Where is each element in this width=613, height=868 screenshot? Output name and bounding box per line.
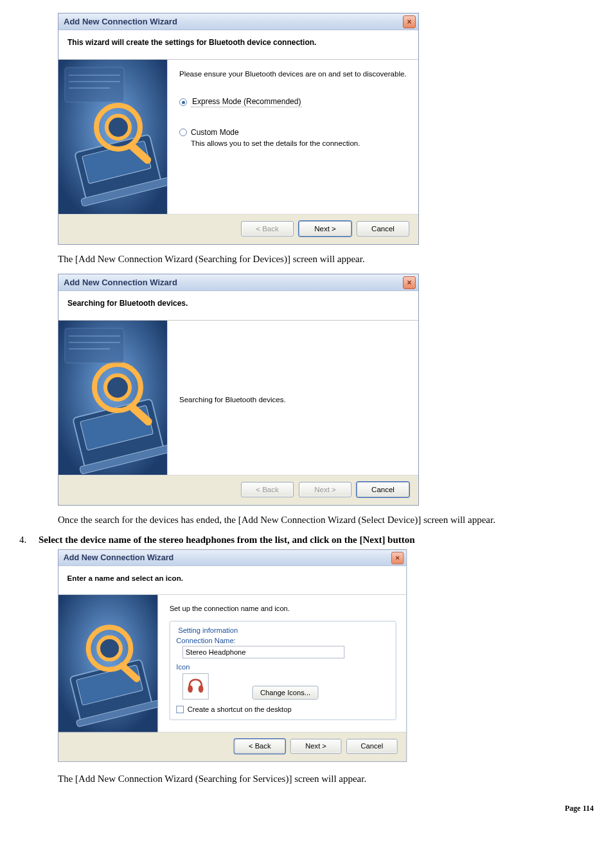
dialog-body: Set up the connection name and icon. Set…	[58, 595, 406, 732]
next-button: Next >	[299, 482, 351, 497]
searching-message: Searching for Bluetooth devices.	[179, 396, 286, 403]
radio-express-mode[interactable]: Express Mode (Recommended)	[179, 97, 408, 107]
connection-name-input[interactable]: Stereo Headphone	[182, 646, 344, 658]
close-icon[interactable]: ×	[403, 15, 416, 28]
create-shortcut-checkbox[interactable]: Create a shortcut on the desktop	[176, 705, 389, 713]
dialog-3: Add New Connection Wizard × Enter a name…	[58, 549, 407, 762]
svg-point-27	[98, 637, 121, 660]
connection-name-value: Stereo Headphone	[186, 648, 246, 656]
narration-3: The [Add New Connection Wizard (Searchin…	[58, 774, 594, 784]
cancel-button[interactable]: Cancel	[357, 482, 409, 497]
svg-rect-18	[65, 328, 124, 363]
narration-2: Once the search for the devices has ende…	[58, 515, 594, 526]
checkbox-icon	[176, 705, 184, 713]
svg-point-16	[105, 375, 130, 400]
svg-rect-7	[65, 67, 124, 102]
setting-information-group: Setting information Connection Name: Ste…	[170, 621, 396, 720]
cancel-button[interactable]: Cancel	[346, 739, 398, 754]
next-button[interactable]: Next >	[299, 221, 351, 236]
dialog-header: Searching for Bluetooth devices.	[58, 291, 418, 321]
dialog-title: Add New Connection Wizard	[64, 17, 177, 26]
button-row: < Back Next > Cancel	[58, 214, 418, 244]
wizard-graphic	[58, 595, 158, 732]
connection-name-label: Connection Name:	[176, 637, 389, 644]
titlebar: Add New Connection Wizard ×	[58, 550, 406, 566]
narration-1: The [Add New Connection Wizard (Searchin…	[58, 254, 594, 265]
instruction-text: Set up the connection name and icon.	[170, 605, 396, 612]
header-text: This wizard will create the settings for…	[67, 38, 316, 47]
dialog-body: Please ensure your Bluetooth devices are…	[58, 60, 418, 214]
step-text: Select the device name of the stereo hea…	[39, 535, 415, 545]
dialog-content: Searching for Bluetooth devices.	[168, 321, 418, 475]
dialog-title: Add New Connection Wizard	[64, 553, 174, 563]
header-text: Enter a name and select an icon.	[67, 574, 183, 583]
back-button[interactable]: < Back	[235, 739, 286, 754]
dialog-1: Add New Connection Wizard × This wizard …	[58, 13, 419, 245]
back-button: < Back	[241, 221, 294, 236]
dialog-header: This wizard will create the settings for…	[58, 30, 418, 60]
checkbox-label: Create a shortcut on the desktop	[188, 705, 292, 713]
close-icon[interactable]: ×	[403, 276, 416, 289]
step-number: 4.	[19, 535, 39, 545]
icon-label: Icon	[176, 664, 389, 671]
radio-label: Express Mode (Recommended)	[191, 97, 302, 107]
dialog-body: Searching for Bluetooth devices.	[58, 321, 418, 475]
svg-point-29	[188, 685, 193, 693]
button-row: < Back Next > Cancel	[58, 732, 406, 761]
icon-preview	[182, 673, 209, 700]
dialog-header: Enter a name and select an icon.	[58, 566, 406, 595]
header-text: Searching for Bluetooth devices.	[67, 299, 188, 308]
close-icon[interactable]: ×	[391, 551, 404, 563]
radio-custom-mode[interactable]: Custom Mode	[179, 128, 408, 137]
dialog-content: Please ensure your Bluetooth devices are…	[168, 60, 418, 214]
radio-label: Custom Mode	[191, 128, 239, 137]
titlebar: Add New Connection Wizard ×	[58, 274, 418, 291]
wizard-graphic	[58, 321, 168, 475]
titlebar: Add New Connection Wizard ×	[58, 13, 418, 30]
svg-point-30	[199, 685, 204, 693]
cancel-button[interactable]: Cancel	[357, 221, 409, 236]
custom-mode-note: This allows you to set the details for t…	[191, 139, 408, 147]
next-button[interactable]: Next >	[290, 739, 342, 754]
dialog-2: Add New Connection Wizard × Searching fo…	[58, 274, 419, 506]
fieldset-legend: Setting information	[176, 626, 240, 634]
step-4: 4. Select the device name of the stereo …	[19, 535, 594, 545]
dialog-content: Set up the connection name and icon. Set…	[158, 595, 406, 732]
radio-icon	[179, 98, 187, 106]
instruction-text: Please ensure your Bluetooth devices are…	[179, 70, 408, 78]
back-button: < Back	[241, 482, 294, 497]
button-row: < Back Next > Cancel	[58, 475, 418, 505]
wizard-graphic	[58, 60, 168, 214]
svg-point-5	[107, 116, 130, 139]
change-icons-button[interactable]: Change Icons...	[253, 686, 319, 699]
dialog-title: Add New Connection Wizard	[64, 278, 177, 287]
page-footer: Page 114	[19, 804, 594, 813]
radio-icon	[179, 128, 187, 136]
